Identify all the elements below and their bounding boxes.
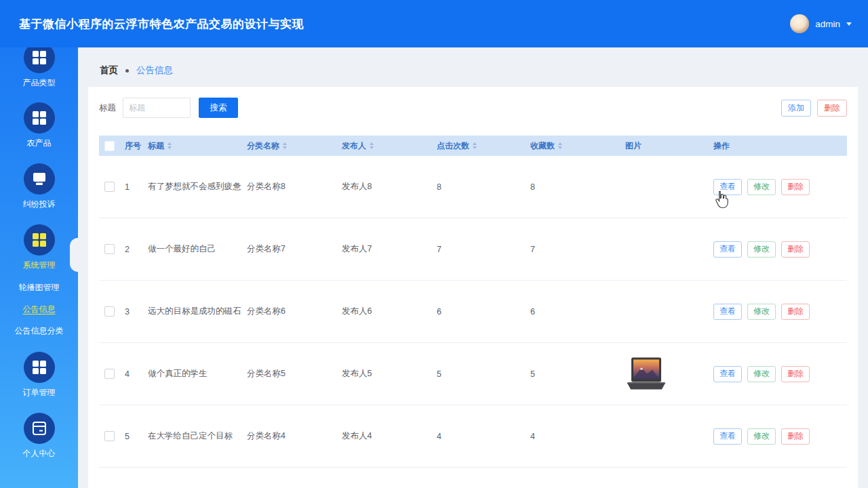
sidebar-subitem-轮播图管理[interactable]: 轮播图管理 [19,283,60,292]
sidebar-item-系统管理[interactable]: 系统管理 [23,224,56,270]
column-header-label: 分类名称 [247,140,279,152]
device-icon [24,163,55,195]
user-menu[interactable]: admin [790,14,852,33]
sort-icon[interactable] [370,142,374,149]
active-item-notch [70,238,78,272]
column-header-category[interactable]: 分类名称 [241,140,336,152]
row-checkbox-cell [99,306,119,317]
sidebar-item-订单管理[interactable]: 订单管理 [23,352,56,397]
row-checkbox-cell [99,369,119,379]
sidebar-subitem-公告信息分类[interactable]: 公告信息分类 [15,326,64,336]
row-checkbox[interactable] [104,182,115,192]
column-header-publisher[interactable]: 发布人 [336,140,431,152]
cell-title: 远大的目标是成功的磁石 [142,306,241,317]
username: admin [815,19,840,29]
breadcrumb-separator-icon [125,69,129,73]
main-content: 首页 公告信息 标题 搜索 添加 删除 序号标题分类名称发布人点击次数收藏数图片… [78,47,868,488]
announcement-image [625,357,667,391]
sort-icon[interactable] [558,142,562,149]
row-delete-button[interactable]: 删除 [781,179,810,195]
sort-icon[interactable] [167,142,172,149]
search-button[interactable]: 搜索 [199,98,238,118]
cell-favorites: 6 [525,307,620,317]
sidebar-menu: 产品类型农产品纠纷投诉系统管理轮播图管理公告信息公告信息分类订单管理个人中心 [0,47,78,458]
row-delete-button[interactable]: 删除 [781,428,810,445]
breadcrumb-home[interactable]: 首页 [100,64,118,77]
cell-publisher: 发布人4 [336,430,431,442]
column-header-label: 发布人 [342,140,366,152]
cell-clicks: 6 [431,307,525,317]
sidebar-item-纠纷投诉[interactable]: 纠纷投诉 [23,163,56,209]
row-delete-button[interactable]: 删除 [781,366,810,382]
row-checkbox[interactable] [104,306,115,317]
select-all-checkbox[interactable] [104,141,115,151]
sort-icon[interactable] [473,142,477,149]
cell-category: 分类名称6 [241,306,336,317]
add-button[interactable]: 添加 [781,100,811,117]
edit-button[interactable]: 修改 [747,428,776,445]
cell-clicks: 5 [431,369,525,379]
cell-actions: 查看修改删除 [708,241,847,258]
edit-button[interactable]: 修改 [747,366,776,382]
edit-button[interactable]: 修改 [747,304,776,320]
row-checkbox-cell [99,182,119,192]
sidebar-item-label: 农产品 [27,138,52,148]
cell-actions: 查看修改删除 [708,428,847,445]
view-button[interactable]: 查看 [713,241,742,258]
row-checkbox-cell [99,244,119,254]
table-row: 1有了梦想就不会感到疲惫分类名称8发布人888查看修改删除 [99,156,847,218]
sidebar-subitem-公告信息[interactable]: 公告信息 [23,304,56,314]
row-checkbox[interactable] [104,369,115,379]
column-header-title[interactable]: 标题 [142,140,241,152]
cell-category: 分类名称8 [241,181,336,192]
column-header-image: 图片 [620,140,708,152]
cell-actions: 查看修改删除 [708,366,847,382]
breadcrumb-current[interactable]: 公告信息 [136,64,173,77]
view-button[interactable]: 查看 [713,304,742,320]
cell-index: 4 [119,369,142,379]
row-checkbox-cell [99,431,119,441]
grid-icon [24,102,55,134]
table-row: 5在大学给自己定个目标分类名称4发布人444查看修改删除 [99,405,847,468]
cell-favorites: 5 [525,369,620,379]
column-header-favorites[interactable]: 收藏数 [525,140,620,152]
cell-title: 在大学给自己定个目标 [142,430,241,442]
sort-icon[interactable] [283,142,287,149]
content-card: 标题 搜索 添加 删除 序号标题分类名称发布人点击次数收藏数图片操作 1有了梦想… [88,87,858,488]
view-button[interactable]: 查看 [713,179,742,195]
delete-button[interactable]: 删除 [817,100,847,117]
view-button[interactable]: 查看 [713,428,742,445]
cell-title: 做一个最好的自己 [142,243,241,255]
table-row: 4做个真正的学生分类名称5发布人555 查看修改删除 [99,343,847,405]
header-checkbox-cell [99,141,119,151]
top-header: 基于微信小程序的云浮市特色农产品交易的设计与实现 admin [0,0,868,47]
row-delete-button[interactable]: 删除 [781,241,810,258]
column-header-label: 标题 [148,140,164,152]
search-input[interactable] [123,98,191,118]
cell-favorites: 8 [525,182,620,192]
sidebar-item-农产品[interactable]: 农产品 [24,102,55,148]
column-header-clicks[interactable]: 点击次数 [431,140,525,152]
cell-title: 做个真正的学生 [142,368,241,380]
cell-favorites: 4 [525,432,620,441]
cell-clicks: 4 [431,432,525,441]
cell-category: 分类名称5 [241,368,336,380]
row-delete-button[interactable]: 删除 [781,304,810,320]
column-header-label: 序号 [125,140,141,152]
sidebar-item-产品类型[interactable]: 产品类型 [23,47,56,87]
row-checkbox[interactable] [104,244,115,254]
cell-publisher: 发布人7 [336,243,431,255]
edit-button[interactable]: 修改 [747,241,776,258]
cell-index: 1 [119,182,142,192]
grid-icon [24,47,55,73]
row-checkbox[interactable] [104,431,115,441]
cell-favorites: 7 [525,245,620,254]
table-body: 1有了梦想就不会感到疲惫分类名称8发布人888查看修改删除2做一个最好的自己分类… [99,156,847,468]
edit-button[interactable]: 修改 [747,179,776,195]
column-header-label: 收藏数 [530,140,555,152]
column-header-actions: 操作 [708,140,847,152]
sidebar-item-个人中心[interactable]: 个人中心 [23,413,56,458]
avatar[interactable] [790,14,809,33]
view-button[interactable]: 查看 [713,366,742,382]
cell-publisher: 发布人8 [336,181,431,192]
